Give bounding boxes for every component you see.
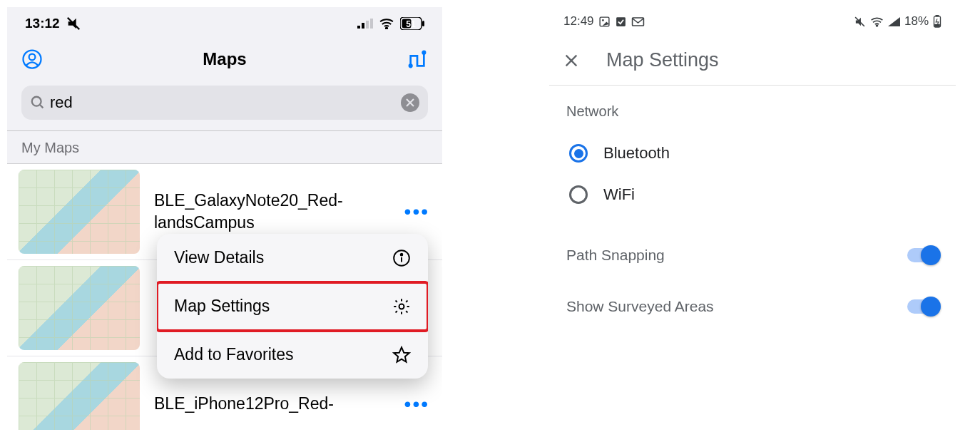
section-network: Network xyxy=(566,103,939,120)
wifi-icon xyxy=(379,18,394,29)
menu-add-favorites[interactable]: Add to Favorites xyxy=(157,331,428,379)
battery-icon: 51 xyxy=(400,17,424,30)
svg-point-12 xyxy=(409,64,412,67)
toggle-switch-icon[interactable] xyxy=(907,248,939,262)
android-app-bar: Map Settings xyxy=(549,36,956,86)
svg-rect-2 xyxy=(362,23,364,29)
clear-search-button[interactable] xyxy=(401,93,419,112)
battery-icon xyxy=(933,15,941,28)
gmail-icon xyxy=(631,16,645,27)
cell-signal-icon xyxy=(357,18,373,29)
battery-text: 18% xyxy=(904,14,929,29)
svg-point-21 xyxy=(399,304,404,309)
ios-screenshot: 13:12 51 Maps xyxy=(7,7,442,430)
map-title: BLE_iPhone12Pro_Red- xyxy=(154,393,386,415)
radio-button-icon xyxy=(569,185,588,204)
map-thumbnail xyxy=(19,170,140,254)
android-status-bar: 12:49 18% xyxy=(549,7,956,36)
svg-text:51: 51 xyxy=(406,19,416,29)
status-time: 12:49 xyxy=(563,14,594,29)
radio-label: WiFi xyxy=(603,185,635,204)
menu-label: View Details xyxy=(174,248,264,267)
more-button[interactable]: ••• xyxy=(400,207,434,217)
svg-marker-22 xyxy=(394,347,409,362)
star-icon xyxy=(392,346,411,364)
wifi-icon xyxy=(870,16,884,27)
cell-signal-icon xyxy=(888,16,900,27)
menu-label: Add to Favorites xyxy=(174,345,293,364)
map-thumbnail xyxy=(19,266,140,350)
checkbox-icon xyxy=(615,16,627,28)
search-input[interactable] xyxy=(50,93,401,112)
map-title: BLE_GalaxyNote20_Red-landsCampus xyxy=(154,190,386,234)
svg-rect-4 xyxy=(370,19,373,29)
toggle-switch-icon[interactable] xyxy=(907,299,939,314)
status-time: 13:12 xyxy=(25,16,60,31)
silent-icon xyxy=(66,16,81,31)
mute-icon xyxy=(854,16,866,28)
radio-button-icon xyxy=(569,144,588,163)
radio-wifi[interactable]: WiFi xyxy=(563,174,941,215)
map-context-menu: View Details Map Settings Add to Favorit… xyxy=(157,234,428,379)
setting-path-snapping[interactable]: Path Snapping xyxy=(563,230,941,281)
close-button[interactable] xyxy=(563,53,585,68)
section-header-my-maps: My Maps xyxy=(7,131,442,164)
setting-show-surveyed[interactable]: Show Surveyed Areas xyxy=(563,281,941,332)
svg-line-15 xyxy=(40,105,44,108)
page-title: Maps xyxy=(43,49,407,69)
svg-point-5 xyxy=(386,27,387,29)
ios-status-bar: 13:12 51 xyxy=(7,7,442,39)
svg-rect-26 xyxy=(632,17,643,25)
radio-bluetooth[interactable]: Bluetooth xyxy=(563,133,941,174)
svg-point-28 xyxy=(876,25,877,26)
image-icon xyxy=(598,16,611,28)
svg-point-24 xyxy=(602,19,604,21)
info-icon xyxy=(392,249,411,267)
svg-point-14 xyxy=(32,97,41,106)
maps-list: BLE_GalaxyNote20_Red-landsCampus ••• BLE… xyxy=(7,164,442,430)
android-screenshot: 12:49 18% xyxy=(549,7,956,430)
map-thumbnail xyxy=(19,362,140,430)
page-title: Map Settings xyxy=(606,49,719,71)
menu-view-details[interactable]: View Details xyxy=(157,234,428,282)
route-icon[interactable] xyxy=(407,48,428,70)
radio-label: Bluetooth xyxy=(603,144,670,163)
svg-rect-31 xyxy=(936,15,939,16)
gear-icon xyxy=(392,297,411,316)
more-button[interactable]: ••• xyxy=(400,399,434,409)
svg-marker-29 xyxy=(888,16,900,26)
svg-point-13 xyxy=(423,51,426,53)
setting-label: Show Surveyed Areas xyxy=(566,298,714,315)
search-icon xyxy=(30,95,46,110)
settings-body: Network Bluetooth WiFi Path Snapping Sho… xyxy=(549,86,956,343)
profile-icon[interactable] xyxy=(21,48,43,70)
svg-rect-3 xyxy=(366,21,369,29)
svg-rect-8 xyxy=(422,21,424,26)
svg-point-20 xyxy=(401,253,403,255)
svg-point-11 xyxy=(29,53,36,60)
ios-nav-bar: Maps xyxy=(7,39,442,78)
menu-label: Map Settings xyxy=(174,297,270,316)
menu-map-settings[interactable]: Map Settings xyxy=(157,282,428,331)
search-field[interactable] xyxy=(21,86,428,120)
svg-rect-1 xyxy=(357,26,360,29)
svg-rect-25 xyxy=(616,17,626,26)
setting-label: Path Snapping xyxy=(566,247,665,264)
